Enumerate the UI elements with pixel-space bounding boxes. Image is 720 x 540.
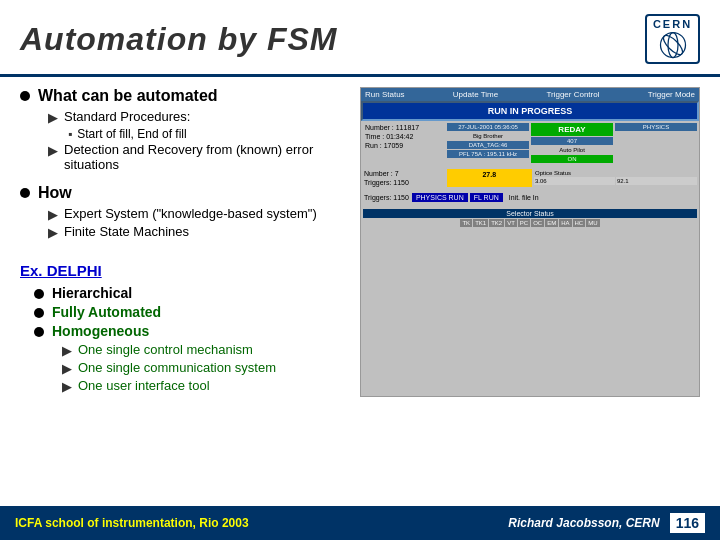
sub-bullet-text-2: Detection and Recovery from (known) erro… [64,142,350,172]
bullet-main-1: What can be automated [20,87,350,105]
footer-author: Richard Jacobsson, CERN [508,516,659,530]
footer-page: 116 [670,513,705,533]
sub-bullet-4: ▶ Finite State Machines [48,224,350,240]
section1-subs: ▶ Standard Procedures: ▪ Start of fill, … [20,109,350,172]
delphi-sub-bullet-1: ▶ One single control mechanism [62,342,350,358]
delphi-link[interactable]: Ex. DELPHI [20,262,102,279]
arrow-icon-3: ▶ [48,207,58,222]
fsm-screenshot: Run Status Update Time Trigger Control T… [360,87,700,397]
delphi-bullet-3: Homogeneous [34,323,350,339]
delphi-bullet-2: Fully Automated [34,304,350,320]
sub-sub-text-1: Start of fill, End of fill [77,127,186,141]
bullet-main-2: How [20,184,350,202]
delphi-arrow-2: ▶ [62,361,72,376]
slide: Automation by FSM CERN What can be autom… [0,0,720,540]
cern-label: CERN [653,18,692,30]
delphi-sub-text-3: One user interface tool [78,378,210,393]
slide-content: What can be automated ▶ Standard Procedu… [0,77,720,506]
section-what-automated: What can be automated ▶ Standard Procedu… [20,87,350,176]
cern-logo: CERN [645,14,700,64]
delphi-arrow-3: ▶ [62,379,72,394]
delphi-bullet-text-2: Fully Automated [52,304,161,320]
bullet-dot-2 [20,188,30,198]
section2-subs: ▶ Expert System ("knowledge-based system… [20,206,350,240]
arrow-icon-2: ▶ [48,143,58,158]
delphi-bullet-text-1: Hierarchical [52,285,132,301]
delphi-sub-bullet-3: ▶ One user interface tool [62,378,350,394]
cern-icon [655,30,691,60]
delphi-dot-2 [34,308,44,318]
slide-title: Automation by FSM [20,21,337,58]
delphi-bullet-1: Hierarchical [34,285,350,301]
footer-right: Richard Jacobsson, CERN 116 [508,513,705,533]
bullet-dot-1 [20,91,30,101]
sub-bullet-text-4: Finite State Machines [64,224,189,239]
arrow-icon-4: ▶ [48,225,58,240]
sub-bullet-2: ▶ Detection and Recovery from (known) er… [48,142,350,172]
delphi-bullets: Hierarchical Fully Automated Homogeneous… [20,285,350,394]
delphi-sub-bullets: ▶ One single control mechanism ▶ One sin… [34,342,350,394]
slide-right: Run Status Update Time Trigger Control T… [360,87,720,506]
section1-title: What can be automated [38,87,218,105]
delphi-arrow-1: ▶ [62,343,72,358]
section-how: How ▶ Expert System ("knowledge-based sy… [20,184,350,244]
delphi-sub-text-2: One single communication system [78,360,276,375]
sub-bullet-1: ▶ Standard Procedures: [48,109,350,125]
section2-title: How [38,184,72,202]
arrow-icon-1: ▶ [48,110,58,125]
sub-sub-dot-1: ▪ [68,127,72,141]
sub-bullet-text-3: Expert System ("knowledge-based system") [64,206,317,221]
sub-bullet-text-1: Standard Procedures: [64,109,190,124]
slide-header: Automation by FSM CERN [0,0,720,77]
sub-sub-bullets-1: ▪ Start of fill, End of fill [48,127,350,141]
delphi-section: Ex. DELPHI Hierarchical Fully Automated … [20,262,350,396]
slide-left: What can be automated ▶ Standard Procedu… [0,87,360,506]
sub-bullet-3: ▶ Expert System ("knowledge-based system… [48,206,350,222]
delphi-dot-1 [34,289,44,299]
sub-sub-bullet-1: ▪ Start of fill, End of fill [68,127,350,141]
footer-event: ICFA school of instrumentation, Rio 2003 [15,516,249,530]
delphi-sub-text-1: One single control mechanism [78,342,253,357]
delphi-dot-3 [34,327,44,337]
delphi-sub-bullet-2: ▶ One single communication system [62,360,350,376]
slide-footer: ICFA school of instrumentation, Rio 2003… [0,506,720,540]
delphi-bullet-text-3: Homogeneous [52,323,149,339]
